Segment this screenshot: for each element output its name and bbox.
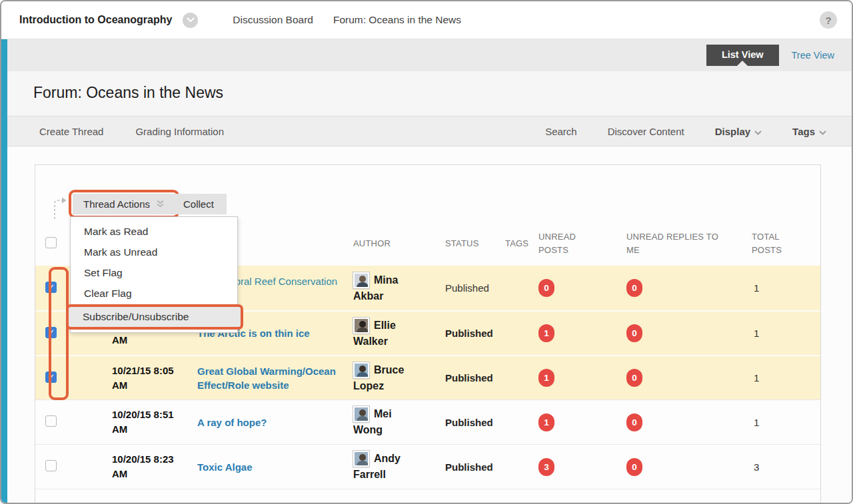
chevron-down-icon [187, 17, 195, 23]
search-button[interactable]: Search [545, 126, 577, 137]
thread-date: 10/21/15 8:05 AM [112, 364, 191, 393]
header-unread-posts[interactable]: UNREAD POSTS [538, 230, 596, 257]
breadcrumb-forum: Forum: Oceans in the News [333, 14, 461, 26]
breadcrumb-discussion-board[interactable]: Discussion Board [233, 14, 313, 26]
view-tab-band: List View Tree View [1, 39, 852, 71]
total-posts: 1 [752, 417, 820, 428]
thread-status: Published [445, 328, 505, 339]
thread-table: Thread Actions Collect AUTHOR STATUS TAG… [35, 164, 821, 504]
thread-status: Published [445, 461, 505, 473]
row-checkbox[interactable] [45, 282, 57, 293]
unread-posts-badge[interactable]: 1 [538, 413, 554, 431]
unread-replies-badge[interactable]: 0 [626, 279, 642, 297]
menu-item-mark-as-unread[interactable]: Mark as Unread [71, 242, 237, 262]
discover-content-button[interactable]: Discover Content [608, 126, 684, 137]
course-menu-button[interactable] [183, 13, 198, 28]
header-unread-replies[interactable]: UNREAD REPLIES TO ME [626, 230, 733, 257]
menu-item-subscribe-unsubscribe[interactable]: Subscribe/Unsubscribe [66, 304, 243, 330]
thread-link[interactable]: A ray of hope? [197, 415, 267, 429]
grading-information-button[interactable]: Grading Information [135, 126, 224, 137]
avatar [353, 451, 369, 467]
chevron-down-icon [819, 126, 826, 137]
help-icon[interactable]: ? [820, 11, 837, 29]
total-posts: 1 [752, 328, 820, 339]
unread-posts-badge[interactable]: 1 [538, 369, 554, 387]
avatar [353, 272, 369, 288]
row-checkbox[interactable] [45, 372, 57, 383]
app-window: Introduction to Oceanography Discussion … [0, 0, 853, 504]
accent-strip [1, 39, 7, 504]
row-checkbox[interactable] [45, 460, 57, 471]
thread-status: Published [445, 417, 505, 428]
thread-date: 10/20/15 8:23 AM [112, 452, 191, 481]
row-checkbox[interactable] [45, 415, 57, 427]
table-toolbar: Thread Actions Collect [35, 165, 820, 222]
total-posts: 1 [752, 282, 820, 294]
unread-replies-badge[interactable]: 0 [626, 369, 642, 387]
thread-actions-button[interactable]: Thread Actions [73, 194, 175, 214]
tags-menu-button[interactable]: Tags [792, 126, 826, 137]
chevron-down-icon [754, 126, 762, 137]
avatar [353, 318, 369, 334]
unread-posts-badge[interactable]: 0 [538, 279, 554, 297]
action-bar: Create Thread Grading Information Search… [1, 116, 852, 146]
total-posts: 1 [752, 372, 820, 383]
select-all-checkbox[interactable] [45, 237, 57, 248]
heading-area: Forum: Oceans in the News [1, 71, 852, 116]
row-checkbox[interactable] [45, 327, 57, 338]
header-author[interactable]: AUTHOR [353, 237, 445, 250]
table-row: 10/20/15 8:23 AM Toxic Algae Andy Farrel… [35, 444, 820, 489]
page-title: Forum: Oceans in the News [33, 84, 852, 102]
tags-label: Tags [792, 126, 815, 137]
menu-item-clear-flag[interactable]: Clear Flag [71, 283, 237, 304]
thread-status: Published [445, 372, 505, 383]
unread-replies-badge[interactable]: 0 [626, 413, 642, 431]
thread-link[interactable]: Toxic Algae [197, 460, 253, 474]
header-status[interactable]: STATUS [445, 237, 505, 250]
thread-link[interactable]: Great Global Warming/Ocean Effect/Role w… [197, 364, 348, 392]
unread-posts-badge[interactable]: 1 [538, 324, 554, 342]
thread-actions-label: Thread Actions [83, 198, 150, 210]
table-end-divider [35, 489, 820, 489]
menu-item-mark-as-read[interactable]: Mark as Read [71, 221, 237, 242]
create-thread-button[interactable]: Create Thread [39, 126, 103, 137]
course-title: Introduction to Oceanography [19, 14, 172, 26]
thread-actions-menu: Mark as Read Mark as Unread Set Flag Cle… [70, 216, 238, 333]
unread-posts-badge[interactable]: 3 [538, 458, 554, 476]
thread-status: Published [445, 282, 505, 294]
total-posts: 3 [752, 461, 820, 473]
unread-replies-badge[interactable]: 0 [626, 458, 642, 476]
menu-item-set-flag[interactable]: Set Flag [71, 262, 237, 283]
thread-actions-highlight: Thread Actions [69, 190, 179, 218]
topbar: Introduction to Oceanography Discussion … [1, 1, 852, 39]
double-chevron-down-icon [156, 198, 165, 210]
avatar [353, 406, 369, 422]
table-row: 10/21/15 8:05 AM Great Global Warming/Oc… [35, 355, 820, 399]
select-all-arrow-icon [52, 196, 69, 222]
header-tags[interactable]: TAGS [505, 237, 538, 250]
display-menu-button[interactable]: Display [715, 126, 762, 137]
unread-replies-badge[interactable]: 0 [626, 324, 642, 342]
table-row: 10/20/15 8:51 AM A ray of hope? Mei Wong… [35, 399, 820, 444]
thread-date: 10/20/15 8:51 AM [112, 407, 191, 437]
header-total-posts[interactable]: TOTAL POSTS [752, 230, 794, 257]
avatar [353, 362, 369, 378]
display-label: Display [715, 126, 750, 137]
tab-tree-view[interactable]: Tree View [792, 50, 834, 61]
tab-list-view[interactable]: List View [706, 45, 779, 66]
collect-button[interactable]: Collect [171, 194, 227, 214]
